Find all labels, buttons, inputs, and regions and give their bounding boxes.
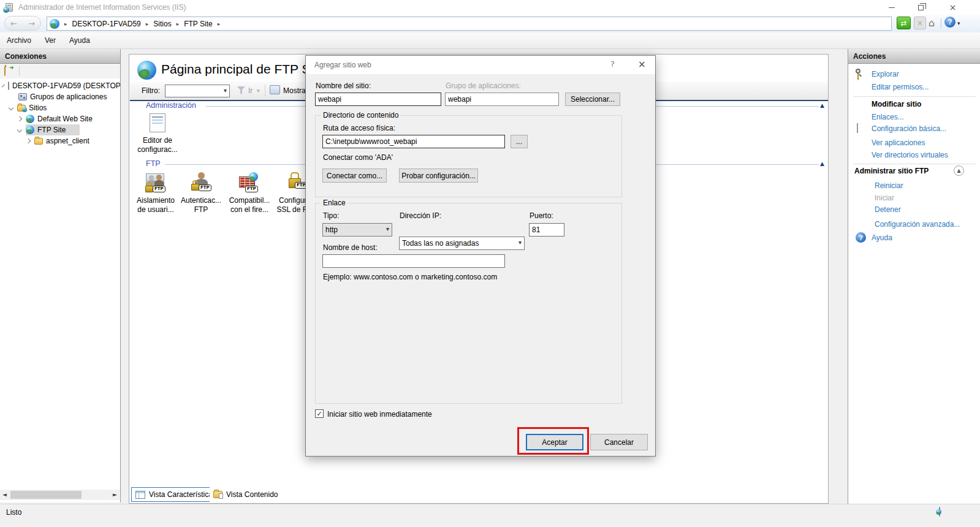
divider xyxy=(853,164,976,164)
site-name-input[interactable] xyxy=(315,93,441,106)
menu-ayuda[interactable]: Ayuda xyxy=(63,36,97,45)
chevron-right-icon[interactable] xyxy=(17,116,22,121)
action-stop[interactable]: Detener xyxy=(875,205,901,214)
basic-settings-icon xyxy=(857,123,858,133)
status-bar: Listo xyxy=(0,504,980,527)
browse-button[interactable]: ... xyxy=(511,135,528,148)
breadcrumb-item-sites[interactable]: Sitios xyxy=(153,20,171,28)
maximize-button[interactable] xyxy=(907,0,935,15)
tree-item-server[interactable]: DESKTOP-1FVAD59 (DESKTOP xyxy=(0,80,120,91)
ftp-authentication-icon: FTP xyxy=(190,172,212,193)
actions-header: Acciones xyxy=(848,49,980,64)
cancel-button[interactable]: Cancelar xyxy=(590,434,648,450)
menu-archivo[interactable]: Archivo xyxy=(0,36,38,45)
scroll-right-icon[interactable]: ► xyxy=(113,491,117,498)
minimize-button[interactable] xyxy=(878,0,905,15)
dialog-titlebar: Agregar sitio web ? × xyxy=(306,56,655,74)
host-name-input[interactable] xyxy=(322,254,505,268)
feature-ftp-authentication[interactable]: FTP Autenticac... FTP xyxy=(178,172,224,214)
port-input[interactable] xyxy=(529,223,564,237)
breadcrumb: ▸ DESKTOP-1FVAD59 ▸ Sitios ▸ FTP Site ▸ xyxy=(47,17,892,31)
ip-address-label: Dirección IP: xyxy=(400,211,441,220)
feature-ftp-firewall-support[interactable]: FTP Compatibil... con el fire... xyxy=(227,172,272,214)
chevron-down-icon[interactable] xyxy=(9,105,13,110)
action-bindings[interactable]: Enlaces... xyxy=(872,113,904,121)
horizontal-scrollbar[interactable]: ◄ ► xyxy=(0,490,120,500)
menu-ver[interactable]: Ver xyxy=(38,36,63,45)
site-name-label: Nombre del sitio: xyxy=(316,82,371,90)
section-admin-title: Administración xyxy=(146,101,196,110)
tree-item-aspnet-client[interactable]: aspnet_client xyxy=(0,135,120,146)
divider xyxy=(265,85,265,97)
dialog-close-icon[interactable]: × xyxy=(638,59,646,70)
test-settings-button[interactable]: Probar configuración... xyxy=(399,169,478,183)
forward-icon[interactable]: → xyxy=(28,19,35,28)
show-all-icon xyxy=(270,85,280,94)
action-help[interactable]: Ayuda xyxy=(872,233,892,242)
feature-config-editor[interactable]: Editor de configurac... xyxy=(129,113,186,154)
breadcrumb-item-ftpsite[interactable]: FTP Site xyxy=(184,20,212,28)
website-globe-icon xyxy=(26,115,34,123)
divider xyxy=(941,18,941,28)
tab-features-view[interactable]: Vista Características xyxy=(131,487,221,502)
actions-panel: Acciones Explorar Editar permisos... Mod… xyxy=(848,49,980,504)
binding-type-select[interactable]: http ▾ xyxy=(322,223,392,237)
collapse-section-icon[interactable]: ▲ xyxy=(820,161,824,167)
go-dropdown-icon[interactable]: ▾ xyxy=(257,88,260,94)
action-view-virtual-directories[interactable]: Ver directorios virtuales xyxy=(872,151,948,159)
ftp-firewall-icon: FTP xyxy=(238,172,260,193)
filter-label: Filtro: xyxy=(142,86,160,95)
tree-item-ftp-site[interactable]: FTP Site xyxy=(0,124,120,135)
action-basic-settings[interactable]: Configuración básica... xyxy=(872,124,946,133)
tree-item-default-web-site[interactable]: Default Web Site xyxy=(0,113,120,124)
collapse-group-icon[interactable]: ▲ xyxy=(954,165,964,176)
new-connection-icon[interactable]: ➜ xyxy=(4,66,6,76)
action-restart[interactable]: Reiniciar xyxy=(875,181,903,190)
ftp-ssl-icon: FTP xyxy=(286,172,308,193)
app-pool-input[interactable] xyxy=(445,93,559,106)
home-icon[interactable]: ⌂ xyxy=(929,17,935,29)
connections-header: Conexiones xyxy=(0,49,120,64)
chevron-down-icon[interactable] xyxy=(17,127,22,132)
breadcrumb-item-server[interactable]: DESKTOP-1FVAD59 xyxy=(72,20,141,28)
folder-icon xyxy=(34,138,43,145)
action-edit-permissions[interactable]: Editar permisos... xyxy=(872,83,929,91)
dialog-help-icon[interactable]: ? xyxy=(610,59,615,69)
action-explore[interactable]: Explorar xyxy=(872,70,899,78)
physical-path-label: Ruta de acceso física: xyxy=(323,124,395,132)
restart-icon[interactable]: ⇄ xyxy=(897,17,911,29)
ip-address-select[interactable]: Todas las no asignadas ▾ xyxy=(399,237,525,250)
tree-item-sites[interactable]: Sitios xyxy=(0,102,120,113)
close-icon[interactable]: × xyxy=(939,0,967,15)
action-start-disabled: Iniciar xyxy=(875,194,894,202)
connect-as-button[interactable]: Conectar como... xyxy=(322,169,387,183)
filter-input[interactable]: ▾ xyxy=(165,85,230,97)
select-app-pool-button[interactable]: Seleccionar... xyxy=(565,93,620,106)
binding-group-label: Enlace xyxy=(321,199,348,207)
scroll-left-icon[interactable]: ◄ xyxy=(2,491,7,498)
breadcrumb-separator-icon: ▸ xyxy=(218,21,221,27)
start-site-checkbox[interactable]: ✓ xyxy=(315,409,324,418)
help-dropdown-icon[interactable]: ▾ xyxy=(957,20,960,26)
annotation-highlight-box xyxy=(517,427,589,455)
go-button[interactable]: Ir xyxy=(248,86,253,95)
tree-item-app-pools[interactable]: Grupos de aplicaciones xyxy=(0,91,120,102)
binding-group: Enlace Tipo: http ▾ Dirección IP: Todas … xyxy=(315,203,622,404)
actions-group-edit-site: Modificar sitio xyxy=(872,100,921,108)
chevron-down-icon[interactable] xyxy=(2,85,5,88)
chevron-right-icon[interactable] xyxy=(26,138,31,143)
collapse-section-icon[interactable]: ▲ xyxy=(820,102,824,108)
action-view-applications[interactable]: Ver aplicaciones xyxy=(872,138,925,147)
action-advanced-settings[interactable]: Configuración avanzada... xyxy=(875,220,960,229)
window-title: Administrador de Internet Information Se… xyxy=(18,3,186,12)
app-pools-icon xyxy=(18,93,27,100)
help-icon[interactable]: ? xyxy=(944,17,955,28)
tab-content-view[interactable]: Vista Contenido xyxy=(210,487,282,502)
feature-ftp-user-isolation[interactable]: FTP Aislamiento de usuari... xyxy=(133,172,178,214)
physical-path-input[interactable] xyxy=(322,135,505,148)
back-icon[interactable]: ← xyxy=(10,19,17,28)
host-example-text: Ejemplo: www.contoso.com o marketing.con… xyxy=(323,273,497,281)
scrollbar-thumb[interactable] xyxy=(10,491,82,499)
filter-funnel-icon xyxy=(237,86,245,94)
iis-manager-window: Administrador de Internet Information Se… xyxy=(0,0,980,527)
